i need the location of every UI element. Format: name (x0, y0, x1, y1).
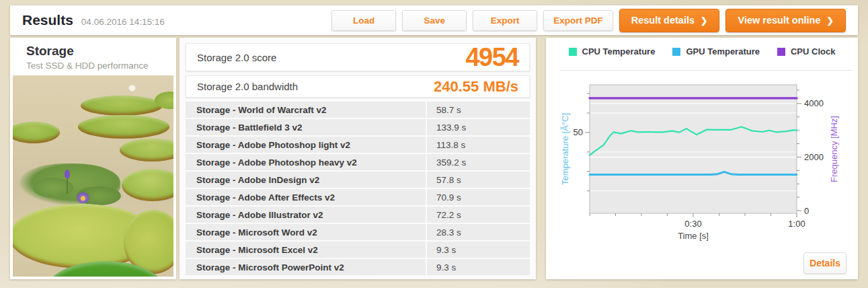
chevron-right-icon: ❯ (827, 16, 834, 26)
test-item-value: 113.8 s (427, 137, 530, 153)
legend-swatch (672, 48, 680, 56)
test-info-panel: Storage Test SSD & HDD performance (10, 38, 176, 279)
table-row: Storage - Microsoft Word v228.3 s (186, 224, 530, 240)
legend-item-cpu-temperature: CPU Temperature (569, 46, 656, 57)
test-description: Test SSD & HDD performance (26, 61, 176, 71)
svg-text:4000: 4000 (804, 98, 824, 108)
test-item-label: Storage - Adobe After Effects v2 (186, 189, 426, 205)
test-item-value: 58.7 s (427, 102, 530, 118)
lily-pad (13, 122, 60, 143)
legend-label: CPU Temperature (582, 46, 656, 57)
result-details-button[interactable]: Result details❯ (619, 9, 720, 32)
details-button[interactable]: Details (803, 252, 846, 274)
score-card: Storage 2.0 score 4954 (186, 43, 530, 71)
water-lily-photo (13, 75, 173, 277)
page-title: Results (22, 12, 73, 28)
test-item-label: Storage - Adobe Photoshop heavy v2 (186, 154, 426, 170)
test-item-label: Storage - Microsoft Excel v2 (186, 242, 426, 258)
purple-flower (77, 192, 89, 203)
chevron-right-icon: ❯ (701, 16, 707, 26)
export-button[interactable]: Export (473, 10, 537, 31)
bandwidth-label: Storage 2.0 bandwidth (197, 81, 298, 92)
svg-text:0:30: 0:30 (684, 219, 701, 229)
svg-text:2000: 2000 (804, 152, 824, 162)
table-row: Storage - Adobe InDesign v257.8 s (186, 172, 530, 188)
results-table: Storage - World of Warcraft v258.7 sStor… (186, 102, 530, 277)
table-row: Storage - Microsoft Excel v29.3 s (186, 242, 530, 258)
legend-item-cpu-clock: CPU Clock (777, 46, 835, 57)
legend-swatch (777, 48, 785, 56)
svg-text:0: 0 (804, 206, 809, 216)
lily-pad (120, 139, 173, 161)
score-label: Storage 2.0 score (197, 52, 276, 63)
svg-text:Time [s]: Time [s] (678, 231, 709, 241)
legend-label: GPU Temperature (686, 46, 760, 57)
legend-swatch (569, 48, 577, 56)
result-timestamp: 04.06.2016 14:15:16 (81, 17, 165, 27)
load-button[interactable]: Load (331, 10, 396, 31)
test-item-value: 9.3 s (427, 259, 530, 275)
monitoring-panel: CPU TemperatureGPU TemperatureCPU Clock … (546, 38, 858, 279)
save-button[interactable]: Save (402, 10, 467, 31)
test-item-label: Storage - Adobe Photoshop light v2 (186, 137, 426, 153)
test-item-value: 359.2 s (427, 154, 530, 170)
test-item-value: 70.9 s (427, 189, 530, 205)
legend-label: CPU Clock (791, 46, 835, 57)
test-name: Storage (26, 44, 176, 59)
score-panel: Storage 2.0 score 4954 Storage 2.0 bandw… (180, 38, 536, 279)
svg-text:Temperature [Â°C]: Temperature [Â°C] (560, 113, 570, 185)
legend-item-gpu-temperature: GPU Temperature (672, 46, 760, 57)
test-item-value: 9.3 s (427, 242, 530, 258)
table-row: Storage - Battlefield 3 v2133.9 s (186, 119, 530, 135)
header-bar: Results 04.06.2016 14:15:16 LoadSaveExpo… (10, 5, 858, 35)
test-item-label: Storage - Battlefield 3 v2 (186, 119, 426, 135)
test-item-label: Storage - World of Warcraft v2 (186, 102, 426, 118)
white-flower (129, 85, 135, 91)
test-item-label: Storage - Adobe InDesign v2 (186, 172, 426, 188)
chart-legend: CPU TemperatureGPU TemperatureCPU Clock (546, 46, 858, 57)
table-row: Storage - World of Warcraft v258.7 s (186, 102, 530, 118)
legend-divider (559, 70, 853, 71)
export-pdf-button[interactable]: Export PDF (543, 10, 613, 31)
test-item-label: Storage - Adobe Illustrator v2 (186, 207, 426, 223)
bandwidth-value: 240.55 MB/s (434, 78, 518, 96)
test-item-value: 72.2 s (427, 207, 530, 223)
test-item-label: Storage - Microsoft Word v2 (186, 224, 426, 240)
lily-pad (122, 169, 173, 201)
test-item-value: 28.3 s (427, 224, 530, 240)
svg-text:1:00: 1:00 (788, 219, 805, 229)
test-item-value: 57.8 s (427, 172, 530, 188)
flower-bud (65, 170, 70, 178)
score-value: 4954 (465, 43, 518, 72)
svg-text:Frequency [MHz]: Frequency [MHz] (829, 116, 839, 182)
test-item-value: 133.9 s (427, 119, 530, 135)
table-row: Storage - Microsoft PowerPoint v29.3 s (186, 259, 530, 275)
header-buttons: LoadSaveExportExport PDFResult details❯V… (325, 9, 846, 32)
table-row: Storage - Adobe After Effects v270.9 s (186, 189, 530, 205)
bandwidth-card: Storage 2.0 bandwidth 240.55 MB/s (186, 75, 530, 98)
flower-stem (67, 178, 68, 194)
monitoring-chart: 500200040000:301:00Time [s]Temperature [… (546, 75, 858, 244)
lily-pad (81, 96, 163, 116)
test-item-label: Storage - Microsoft PowerPoint v2 (186, 259, 426, 275)
table-row: Storage - Adobe Photoshop heavy v2359.2 … (186, 154, 530, 170)
table-row: Storage - Adobe Illustrator v272.2 s (186, 207, 530, 223)
table-row: Storage - Adobe Photoshop light v2113.8 … (186, 137, 530, 153)
lily-pad (78, 115, 169, 139)
view-result-online-button[interactable]: View result online❯ (725, 9, 846, 32)
svg-text:50: 50 (574, 127, 583, 137)
